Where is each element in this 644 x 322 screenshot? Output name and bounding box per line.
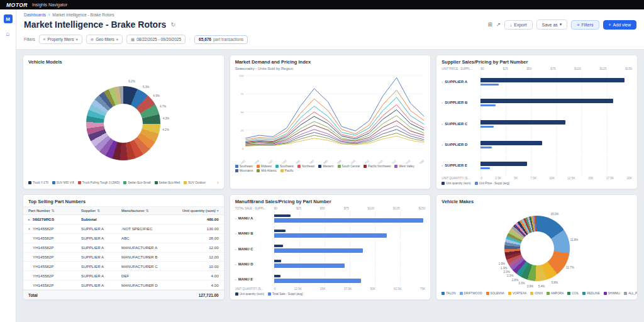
legend-item[interactable]: REDLINE [582,292,599,295]
bar-quantity[interactable] [480,162,526,166]
bar-row[interactable]: ›SUPPLIER D [436,134,637,155]
app-logo[interactable]: M [4,14,13,23]
vehicle-makes-donut-area[interactable]: 15.0%11.8%11.7%5.8%5.4%3.9%3.3%2.8%2.3%2… [436,206,637,290]
bar-value[interactable] [480,147,492,148]
bar-quantity[interactable] [480,99,613,103]
legend-item[interactable]: Pacific [280,169,294,172]
grid-view-icon[interactable]: ⊞ [488,21,492,28]
chevron-right-icon[interactable]: › [235,231,236,235]
legend-item[interactable]: Northeast [297,165,314,168]
column-header[interactable]: Part Number⇅ [23,207,76,214]
table-row[interactable]: YH145582PSUPPLIER AMANUFACTURER C10.00 [23,262,224,271]
home-icon[interactable]: ⌂ [6,31,9,37]
chevron-right-icon[interactable]: › [441,101,443,104]
legend-item[interactable]: Mountains [235,169,253,172]
expander-icon[interactable]: ▾ [28,227,31,231]
legend-item[interactable]: Pacific Northwest [364,165,391,168]
legend-item[interactable]: Truck Y-170 [28,181,48,184]
property-filters-dropdown[interactable]: ≡ Property filters ▾ [39,35,82,44]
legend-item[interactable]: Unit Price - Suppl (avg) [475,182,509,185]
table-row[interactable]: YH145582PSUPPLIER AMANUFACTURER D4.00 [23,280,224,290]
legend-item[interactable]: SHIMMLI [604,292,621,295]
bar-row[interactable]: ›SUPPLIER A [436,71,637,92]
chevron-right-icon[interactable]: › [441,122,443,126]
bar-value[interactable] [274,218,423,223]
legend-item[interactable]: Southeast [235,165,253,168]
chevron-right-icon[interactable]: › [441,80,443,84]
bar-category-label[interactable]: ›SUPPLIER A [441,80,480,84]
refresh-icon[interactable]: ↻ [170,21,175,28]
bar-value[interactable] [274,248,363,253]
legend-item[interactable]: West Valley [394,165,414,168]
chevron-right-icon[interactable]: › [235,216,236,220]
chevron-right-icon[interactable]: › [235,262,236,266]
bar-row[interactable]: ›MANU E [230,272,431,287]
table-row[interactable]: YH145582PSUPPLIER AMANUFACTURER A12.00 [23,243,224,253]
chevron-right-icon[interactable]: › [235,247,236,251]
bar-row[interactable]: ›SUPPLIER E [436,155,637,176]
legend-item[interactable]: Midwest [257,165,272,168]
bar-value[interactable] [480,104,496,106]
sort-icon[interactable]: ⇅ [52,209,55,213]
fullscreen-icon[interactable]: ↗ [496,21,501,28]
legend-item[interactable]: ALL_P... [624,292,637,295]
line-series-southwest[interactable] [245,97,424,142]
chevron-right-icon[interactable]: › [235,277,236,281]
sort-icon[interactable]: ⇅ [146,209,149,213]
legend-item[interactable]: South Central [338,165,360,168]
breadcrumb-dashboards-link[interactable]: Dashboards [24,13,46,17]
bar-row[interactable]: ›MANU B [230,226,431,241]
market-demand-line-chart[interactable]: 025507510008/2208/2408/2708/2909/0109/03… [230,72,431,164]
legend-item[interactable]: Sedan Eco-Small [123,181,150,184]
bar-row[interactable]: ›MANU A [230,211,431,226]
legend-item[interactable]: DRIFTWOOD [460,292,482,295]
chevron-right-icon[interactable]: › [217,180,218,185]
bar-value[interactable] [480,126,494,128]
bar-row[interactable]: ›SUPPLIER C [436,113,637,134]
bar-quantity[interactable] [274,275,280,277]
bar-category-label[interactable]: ›SUPPLIER B [441,101,480,104]
bar-quantity[interactable] [480,120,565,125]
bar-quantity[interactable] [274,214,291,217]
date-range-picker[interactable]: ▦ 08/22/2025 - 09/20/2025 [126,35,186,44]
bar-value[interactable] [274,233,387,238]
legend-item[interactable]: Unit quantity (sum) [235,292,264,296]
column-header[interactable]: Manufacturer⇅ [116,207,174,214]
filters-button[interactable]: ≡ Filters [571,20,599,30]
line-series-southeast[interactable] [245,78,424,138]
legend-item[interactable]: VORTEXA [508,292,526,295]
bar-value[interactable] [480,84,499,86]
legend-item[interactable]: SOLENNA [486,292,504,295]
bar-category-label[interactable]: ›MANU B [235,231,274,235]
bar-quantity[interactable] [274,230,286,232]
legend-item[interactable]: TALON [441,292,455,295]
donut-chart[interactable]: 15.0%11.8%11.7%5.8%5.4%3.9%3.3%2.8%2.3%2… [504,216,570,281]
sort-icon[interactable]: ⇅ [97,209,100,213]
table-row[interactable]: YH145582PSUPPLIER AMANUFACTURER B12.00 [23,253,224,262]
legend-item[interactable]: Unit quantity (sum) [441,182,470,185]
line-series-midwest[interactable] [245,90,424,140]
legend-item[interactable]: IONIX [530,292,543,295]
bar-quantity[interactable] [480,141,541,145]
motor-logo[interactable]: MOTOR [6,2,28,8]
table-row[interactable]: YH145582PSUPPLIER AABC28.00 [23,234,224,243]
bar-category-label[interactable]: ›MANU D [235,262,274,266]
save-as-button[interactable]: Save as ▾ [536,19,568,30]
legend-item[interactable]: Total Sale - Suppl (avg) [268,292,303,296]
bar-value[interactable] [274,264,345,268]
legend-item[interactable]: Sedan Eco-Med [155,181,180,184]
legend-item[interactable]: SUV Outdoor [184,181,206,184]
expander-icon[interactable]: ▸ [28,218,31,221]
bar-row[interactable]: ›SUPPLIER B [436,92,637,113]
legend-item[interactable]: SUV MID V-8 [52,181,74,184]
table-row[interactable]: YH145582PSUPPLIER ADEF4.00 [23,271,224,280]
bar-category-label[interactable]: ›SUPPLIER E [441,164,480,167]
chevron-right-icon[interactable]: › [441,164,443,167]
bar-category-label[interactable]: ›SUPPLIER D [441,143,480,147]
column-header[interactable]: Unit quantity (sum)▾ [174,207,224,214]
sort-icon[interactable]: ▾ [217,209,219,213]
bar-row[interactable]: ›MANU C [230,241,431,256]
bar-category-label[interactable]: ›MANU A [235,216,274,220]
bar-category-label[interactable]: ›MANU E [235,277,274,281]
vehicle-models-donut-area[interactable]: 6.2%5.3%4.9%4.7%4.3%4.2% [23,67,224,179]
